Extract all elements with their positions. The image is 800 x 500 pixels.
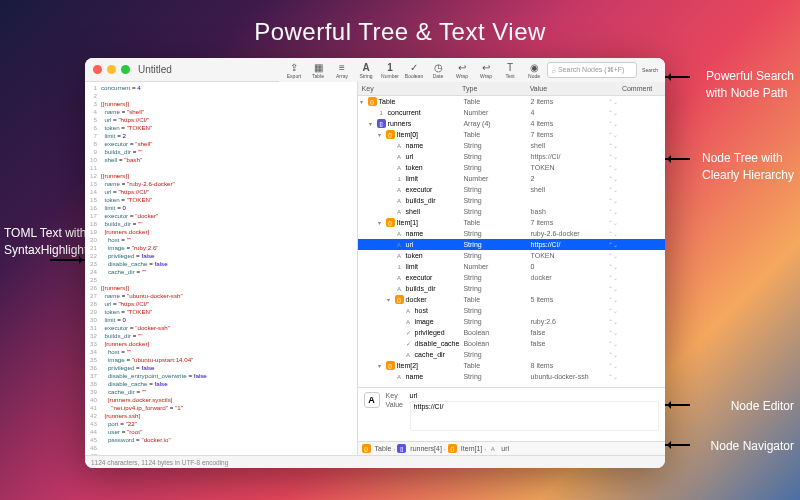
breadcrumb-item[interactable]: {}Table	[362, 444, 392, 453]
disclosure-icon[interactable]: ▾	[378, 362, 386, 369]
tree-row[interactable]: ▾{}Item[0]Table7 items⌃⌄	[358, 129, 665, 140]
tree-row[interactable]: AexecutorStringdocker⌃⌄	[358, 272, 665, 283]
tree-row[interactable]: AnameStringruby-2.6-docker⌃⌄	[358, 228, 665, 239]
code-line[interactable]: 41 "net.ipv4.ip_forward" = "1"	[85, 404, 357, 412]
tree-row[interactable]: AurlStringhttps://CI/⌃⌄	[358, 239, 665, 250]
tree-row[interactable]: ▾{}Item[1]Table7 items⌃⌄	[358, 217, 665, 228]
stepper-icon[interactable]: ⌃⌄	[608, 318, 618, 325]
stepper-icon[interactable]: ⌃⌄	[608, 329, 618, 336]
tree-row[interactable]: 1limitNumber0⌃⌄	[358, 261, 665, 272]
col-key[interactable]: Key	[358, 85, 463, 92]
tree-body[interactable]: ▾{}TableTable2 items⌃⌄1concurrentNumber4…	[358, 96, 665, 387]
stepper-icon[interactable]: ⌃⌄	[608, 175, 618, 182]
code-line[interactable]: 11	[85, 164, 357, 172]
text-button[interactable]: TText	[499, 59, 521, 81]
code-line[interactable]: 4 name = "shell"	[85, 108, 357, 116]
code-line[interactable]: 12[[runners]]	[85, 172, 357, 180]
wrap2-button[interactable]: ↩Wrap	[475, 59, 497, 81]
code-line[interactable]: 43 port = "22"	[85, 420, 357, 428]
stepper-icon[interactable]: ⌃⌄	[608, 131, 618, 138]
tree-row[interactable]: ✓privilegedBooleanfalse⌃⌄	[358, 327, 665, 338]
disclosure-icon[interactable]: ▾	[387, 296, 395, 303]
stepper-icon[interactable]: ⌃⌄	[608, 241, 618, 248]
close-icon[interactable]	[93, 65, 102, 74]
search-input[interactable]: ⌕ Search Nodes (⌘+F)	[547, 62, 637, 78]
stepper-icon[interactable]: ⌃⌄	[608, 362, 618, 369]
code-line[interactable]: 42 [runners.ssh]	[85, 412, 357, 420]
tree-row[interactable]: ▾{}Item[2]Table8 items⌃⌄	[358, 360, 665, 371]
disclosure-icon[interactable]: ▾	[378, 219, 386, 226]
stepper-icon[interactable]: ⌃⌄	[608, 142, 618, 149]
boolean-button[interactable]: ✓Boolean	[403, 59, 425, 81]
value-input[interactable]: https://CI/	[410, 401, 659, 431]
code-line[interactable]: 35 image = "ubuntu-upstart:14.04"	[85, 356, 357, 364]
table-button[interactable]: ▦Table	[307, 59, 329, 81]
tree-row[interactable]: ▾[]runnersArray (4)4 items⌃⌄	[358, 118, 665, 129]
date-button[interactable]: ◷Date	[427, 59, 449, 81]
tree-row[interactable]: ▾{}TableTable2 items⌃⌄	[358, 96, 665, 107]
code-line[interactable]: 13 name = "ruby-2.6-docker"	[85, 180, 357, 188]
stepper-icon[interactable]: ⌃⌄	[608, 186, 618, 193]
stepper-icon[interactable]: ⌃⌄	[608, 351, 618, 358]
breadcrumb-item[interactable]: Aurl	[488, 444, 509, 453]
tree-row[interactable]: 1limitNumber2⌃⌄	[358, 173, 665, 184]
code-line[interactable]: 40 [runners.docker.sysctls]	[85, 396, 357, 404]
code-line[interactable]: 2	[85, 92, 357, 100]
code-line[interactable]: 5 url = "https://CI/"	[85, 116, 357, 124]
stepper-icon[interactable]: ⌃⌄	[608, 252, 618, 259]
stepper-icon[interactable]: ⌃⌄	[608, 219, 618, 226]
tree-row[interactable]: AshellStringbash⌃⌄	[358, 206, 665, 217]
col-comment[interactable]: Comment	[622, 85, 665, 92]
code-line[interactable]: 24 cache_dir = ""	[85, 268, 357, 276]
code-line[interactable]: 30 limit = 0	[85, 316, 357, 324]
code-line[interactable]: 20 host = ""	[85, 236, 357, 244]
col-value[interactable]: Value	[530, 85, 622, 92]
code-line[interactable]: 28 url = "https://CI/"	[85, 300, 357, 308]
code-line[interactable]: 25	[85, 276, 357, 284]
stepper-icon[interactable]: ⌃⌄	[608, 153, 618, 160]
stepper-icon[interactable]: ⌃⌄	[608, 373, 618, 380]
stepper-icon[interactable]: ⌃⌄	[608, 120, 618, 127]
col-type[interactable]: Type	[462, 85, 530, 92]
code-line[interactable]: 23 disable_cache = false	[85, 260, 357, 268]
zoom-icon[interactable]	[121, 65, 130, 74]
breadcrumb-item[interactable]: {}Item[1]	[448, 444, 482, 453]
code-line[interactable]: 39 cache_dir = ""	[85, 388, 357, 396]
breadcrumb-item[interactable]: []runners[4]	[397, 444, 442, 453]
disclosure-icon[interactable]: ▾	[378, 131, 386, 138]
code-line[interactable]: 29 token = "TOKEN"	[85, 308, 357, 316]
tree-row[interactable]: AnameStringubuntu-docker-ssh⌃⌄	[358, 371, 665, 382]
tree-row[interactable]: Acache_dirString⌃⌄	[358, 349, 665, 360]
stepper-icon[interactable]: ⌃⌄	[608, 263, 618, 270]
stepper-icon[interactable]: ⌃⌄	[608, 296, 618, 303]
code-line[interactable]: 46	[85, 444, 357, 452]
code-line[interactable]: 45 password = "docker.io"	[85, 436, 357, 444]
tree-row[interactable]: AtokenStringTOKEN⌃⌄	[358, 162, 665, 173]
code-line[interactable]: 14 url = "https://CI/"	[85, 188, 357, 196]
disclosure-icon[interactable]: ▾	[369, 120, 377, 127]
export-button[interactable]: ⇪Export	[283, 59, 305, 81]
node-type-badge[interactable]: A	[364, 392, 380, 408]
stepper-icon[interactable]: ⌃⌄	[608, 164, 618, 171]
tree-row[interactable]: AtokenStringTOKEN⌃⌄	[358, 250, 665, 261]
code-line[interactable]: 26[[runners]]	[85, 284, 357, 292]
code-line[interactable]: 19 [runners.docker]	[85, 228, 357, 236]
code-line[interactable]: 1concurrent = 4	[85, 84, 357, 92]
stepper-icon[interactable]: ⌃⌄	[608, 197, 618, 204]
tree-row[interactable]: AnameStringshell⌃⌄	[358, 140, 665, 151]
stepper-icon[interactable]: ⌃⌄	[608, 274, 618, 281]
breadcrumb[interactable]: {}Table›[]runners[4]›{}Item[1]›Aurl	[358, 441, 665, 455]
code-line[interactable]: 3[[runners]]	[85, 100, 357, 108]
tree-row[interactable]: 1concurrentNumber4⌃⌄	[358, 107, 665, 118]
array-button[interactable]: ≡Array	[331, 59, 353, 81]
tree-row[interactable]: AurlStringhttps://CI/⌃⌄	[358, 151, 665, 162]
code-line[interactable]: 7 limit = 2	[85, 132, 357, 140]
key-input[interactable]: url	[410, 392, 659, 399]
code-line[interactable]: 9 builds_dir = ""	[85, 148, 357, 156]
code-line[interactable]: 27 name = "ubuntu-docker-ssh"	[85, 292, 357, 300]
minimize-icon[interactable]	[107, 65, 116, 74]
code-line[interactable]: 44 user = "root"	[85, 428, 357, 436]
tree-row[interactable]: AhostString⌃⌄	[358, 305, 665, 316]
code-line[interactable]: 38 disable_cache = false	[85, 380, 357, 388]
stepper-icon[interactable]: ⌃⌄	[608, 307, 618, 314]
